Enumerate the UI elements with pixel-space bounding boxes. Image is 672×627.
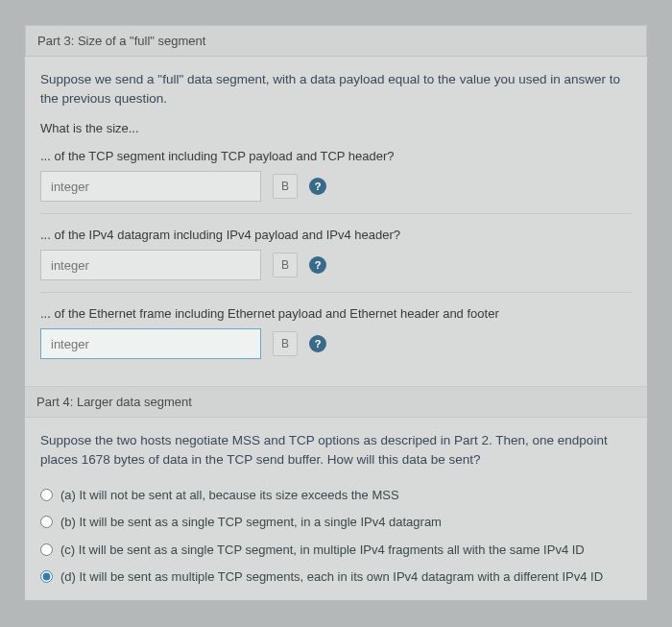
option-b-label: (b) It will be sent as a single TCP segm… xyxy=(60,514,442,531)
q2-unit-button[interactable]: B xyxy=(273,253,298,277)
q2-row: B ? xyxy=(40,250,632,280)
radio-b[interactable] xyxy=(40,516,53,528)
divider xyxy=(40,292,632,293)
part4-options: (a) It will not be sent at all, because … xyxy=(40,482,632,591)
help-icon[interactable]: ? xyxy=(309,178,326,195)
part4-intro: Suppose the two hosts negotiate MSS and … xyxy=(40,431,632,469)
help-glyph: ? xyxy=(315,338,322,350)
q1-unit-button[interactable]: B xyxy=(273,174,298,199)
option-c-label: (c) It will be sent as a single TCP segm… xyxy=(60,542,585,559)
q3-unit-button[interactable]: B xyxy=(273,331,298,356)
q3-unit-label: B xyxy=(281,337,289,350)
q1-row: B ? xyxy=(40,171,632,202)
q3-text: ... of the Ethernet frame including Ethe… xyxy=(40,306,632,321)
divider xyxy=(40,213,632,214)
q2-input[interactable] xyxy=(40,250,261,280)
q1-text: ... of the TCP segment including TCP pay… xyxy=(40,149,632,163)
part3-body: Suppose we send a "full" data segment, w… xyxy=(25,57,647,600)
part4-header: Part 4: Larger data segment xyxy=(25,386,647,418)
q1-unit-label: B xyxy=(281,180,289,193)
part3-intro: Suppose we send a "full" data segment, w… xyxy=(40,70,632,108)
help-icon[interactable]: ? xyxy=(309,256,326,274)
option-a[interactable]: (a) It will not be sent at all, because … xyxy=(40,482,632,509)
option-b[interactable]: (b) It will be sent as a single TCP segm… xyxy=(40,509,632,536)
part4-title: Part 4: Larger data segment xyxy=(36,395,192,409)
q3-row: B ? xyxy=(40,328,632,359)
radio-a[interactable] xyxy=(40,489,53,501)
help-icon[interactable]: ? xyxy=(309,335,326,352)
question-panel: Part 3: Size of a "full" segment Suppose… xyxy=(24,24,648,601)
q3-input[interactable] xyxy=(40,328,261,359)
option-c[interactable]: (c) It will be sent as a single TCP segm… xyxy=(40,537,632,564)
help-glyph: ? xyxy=(315,181,322,192)
part3-prompt-lead: What is the size... xyxy=(40,121,632,135)
option-a-label: (a) It will not be sent at all, because … xyxy=(60,487,399,504)
part3-header: Part 3: Size of a "full" segment xyxy=(25,25,647,57)
q2-unit-label: B xyxy=(281,258,289,272)
radio-d[interactable] xyxy=(40,570,53,583)
help-glyph: ? xyxy=(315,259,322,271)
q2-text: ... of the IPv4 datagram including IPv4 … xyxy=(40,228,632,242)
option-d-label: (d) It will be sent as multiple TCP segm… xyxy=(60,568,603,586)
part3-title: Part 3: Size of a "full" segment xyxy=(37,34,205,48)
radio-c[interactable] xyxy=(40,543,53,556)
q1-input[interactable] xyxy=(40,171,261,202)
option-d[interactable]: (d) It will be sent as multiple TCP segm… xyxy=(40,564,632,591)
